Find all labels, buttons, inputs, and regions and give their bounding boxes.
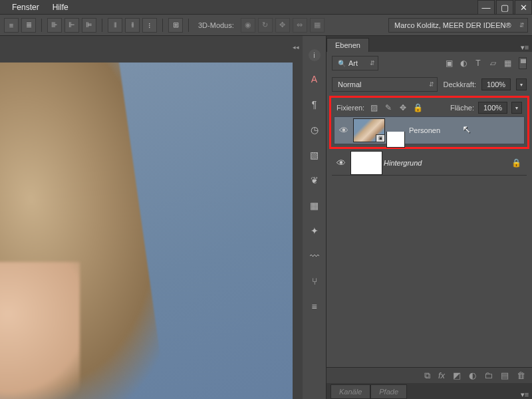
tab-pfade[interactable]: Pfade	[370, 384, 407, 399]
lock-all-icon[interactable]: 🔒	[412, 102, 423, 113]
trash-icon[interactable]: 🗑	[517, 370, 525, 380]
tab-ebenen[interactable]: Ebenen	[327, 38, 369, 52]
clock-icon[interactable]: ◷	[307, 122, 322, 137]
filter-toggle[interactable]	[519, 57, 527, 69]
collapse-icon[interactable]: ◂◂	[293, 44, 299, 51]
new-layer-icon[interactable]: ▤	[501, 370, 509, 380]
panel-menu-icon[interactable]: ▾≡	[517, 43, 532, 52]
align-icon[interactable]: ≣	[21, 18, 36, 33]
tab-kanaele[interactable]: Kanäle	[331, 384, 370, 399]
lock-label: Fixieren:	[336, 104, 364, 112]
layer-thumbnail[interactable]: ▣	[353, 118, 385, 142]
opacity-label: Deckkraft:	[443, 80, 476, 88]
highlighted-region: Fixieren: ▨ ✎ ✥ 🔒 Fläche: 100% ▾ 👁	[329, 96, 529, 149]
orbit-icon[interactable]: ◉	[241, 18, 255, 33]
auto-align-icon[interactable]: ⊞	[168, 18, 183, 33]
mask-icon[interactable]: ◩	[453, 370, 461, 380]
pan-icon[interactable]: ✥	[275, 18, 290, 33]
opacity-value[interactable]: 100%	[481, 78, 511, 90]
panel-tabs: Ebenen ▾≡	[327, 36, 532, 52]
filter-text-icon[interactable]: T	[472, 57, 484, 69]
align-icon[interactable]: ≡	[4, 18, 19, 33]
distribute-icon[interactable]: ⊪	[47, 18, 62, 33]
distribute-icon[interactable]: ⊫	[82, 18, 96, 33]
preset-icon[interactable]: ≡	[307, 299, 322, 314]
distribute-icon[interactable]: ⊩	[65, 18, 79, 33]
link-icon[interactable]: ⧉	[424, 370, 430, 381]
adjustment-icon[interactable]: ◐	[469, 370, 476, 380]
lock-position-icon[interactable]: ✥	[398, 102, 408, 113]
layers-panel: 🔍Art ▣ ◐ T ▱ ▦ Normal Deckkraft: 100% ▾	[327, 52, 532, 399]
filter-adjust-icon[interactable]: ◐	[458, 57, 469, 69]
layer-row[interactable]: 👁 Hintergrund 🔒	[332, 150, 527, 176]
fill-dropdown-icon[interactable]: ▾	[511, 102, 522, 114]
menu-fenster[interactable]: Fenster	[5, 3, 46, 12]
brush-icon[interactable]: 〰	[307, 249, 322, 263]
image-content	[0, 63, 293, 399]
distribute-icon[interactable]: ⫵	[125, 18, 140, 33]
lock-icon: 🔒	[511, 158, 521, 168]
extra-thumbnail	[386, 132, 405, 148]
text-icon[interactable]: A	[307, 72, 322, 86]
options-bar: ≡ ≣ ⊪ ⊩ ⊫ ⫴ ⫵ ⫶ ⊞ 3D-Modus: ◉ ↻ ✥ ⇔ ▦ Ma…	[0, 15, 532, 36]
user-dropdown[interactable]: Marco Kolditz, MEER DER IDEEN®	[388, 18, 528, 33]
lock-pixels-icon[interactable]: ✎	[383, 102, 394, 113]
right-panels: Ebenen ▾≡ 🔍Art ▣ ◐ T ▱ ▦ Normal	[327, 36, 532, 399]
visibility-eye-icon[interactable]: 👁	[334, 125, 353, 136]
lock-transparent-icon[interactable]: ▨	[368, 102, 379, 113]
character-icon[interactable]: ¶	[307, 97, 322, 112]
distribute-icon[interactable]: ⫶	[142, 18, 157, 33]
layers-footer: ⧉ fx ◩ ◐ 🗀 ▤ 🗑	[327, 367, 532, 383]
slide-icon[interactable]: ⇔	[293, 18, 307, 33]
canvas[interactable]	[0, 63, 293, 399]
minimize-button[interactable]: —	[477, 0, 495, 15]
layer-filter-dropdown[interactable]: 🔍Art	[332, 56, 378, 70]
zoom-icon[interactable]: ▦	[310, 18, 325, 33]
close-button[interactable]: ✕	[515, 0, 532, 15]
opacity-dropdown-icon[interactable]: ▾	[516, 78, 527, 90]
clone-icon[interactable]: ⑂	[307, 274, 322, 289]
fill-label: Fläche:	[450, 104, 474, 112]
swatches-icon[interactable]: ❦	[307, 173, 322, 188]
layer-name[interactable]: Personen	[409, 126, 440, 134]
blend-mode-dropdown[interactable]: Normal	[332, 77, 438, 92]
styles-icon[interactable]: ▦	[307, 198, 322, 213]
filter-pixel-icon[interactable]: ▣	[443, 57, 455, 69]
fill-value[interactable]: 100%	[478, 102, 507, 114]
window-controls: — ▢ ✕	[476, 0, 532, 15]
adjust-icon[interactable]: ✦	[307, 223, 322, 238]
visibility-eye-icon[interactable]: 👁	[332, 158, 350, 168]
smart-object-badge-icon: ▣	[376, 134, 385, 142]
filter-shape-icon[interactable]: ▱	[487, 57, 499, 69]
bottom-panel-tabs: Kanäle Pfade ▾≡	[327, 383, 532, 399]
panel-rail: i A ¶ ◷ ▧ ❦ ▦ ✦ 〰 ⑂ ≡	[303, 36, 327, 399]
mode3d-label: 3D-Modus:	[198, 21, 234, 29]
panel-menu-icon[interactable]: ▾≡	[517, 390, 532, 399]
maximize-button[interactable]: ▢	[496, 0, 513, 15]
document-area: ◂◂	[0, 36, 303, 399]
layer-row[interactable]: 👁 ▣ Personen	[334, 116, 525, 144]
fx-icon[interactable]: fx	[438, 370, 445, 380]
roll-icon[interactable]: ↻	[258, 18, 273, 33]
filter-smart-icon[interactable]: ▦	[501, 57, 513, 69]
layer-thumbnail[interactable]	[350, 151, 382, 175]
menu-hilfe[interactable]: Hilfe	[46, 3, 75, 12]
group-icon[interactable]: 🗀	[484, 370, 493, 380]
layer-name[interactable]: Hintergrund	[384, 159, 422, 167]
menu-bar: Fenster Hilfe	[0, 0, 532, 15]
layers-icon[interactable]: ▧	[307, 148, 322, 162]
distribute-icon[interactable]: ⫴	[108, 18, 122, 33]
info-icon[interactable]: i	[309, 49, 321, 61]
